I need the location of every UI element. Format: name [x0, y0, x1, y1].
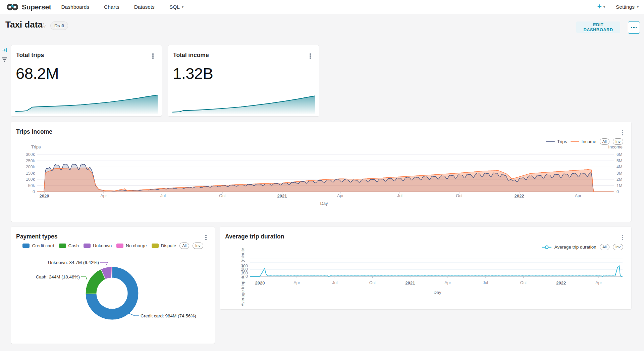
- x-tick-label: Apr: [337, 193, 343, 198]
- status-badge: Draft: [50, 21, 68, 30]
- y-tick-label: 2M: [616, 177, 629, 182]
- caret-down-icon: ▾: [603, 5, 605, 9]
- x-tick-label: Jul: [483, 280, 488, 285]
- superset-logo[interactable]: Superset: [6, 3, 51, 11]
- x-tick-label: Oct: [520, 280, 527, 285]
- x-tick-label: Apr: [100, 193, 107, 198]
- y-tick-label: 300k: [23, 152, 35, 157]
- y-tick-label: 3M: [616, 171, 629, 176]
- x-tick-label: 2020: [40, 193, 49, 199]
- main-nav: Dashboards Charts Datasets SQL▾: [54, 4, 191, 10]
- x-tick-label: Oct: [219, 193, 225, 198]
- brand-wordmark: Superset: [22, 3, 51, 11]
- x-tick-label: Apr: [444, 280, 451, 285]
- x-tick-label: Apr: [595, 280, 602, 285]
- plus-icon: +: [597, 3, 601, 10]
- edit-dashboard-button[interactable]: EDIT DASHBOARD: [576, 21, 620, 33]
- x-tick-label: Apr: [575, 193, 581, 198]
- y-tick-label: 150k: [23, 171, 35, 176]
- pie-callout-label: Unknown: 84.7M (6.42%): [48, 260, 99, 265]
- card-total-trips: Total trips 68.2M: [11, 45, 162, 116]
- x-axis-title: Day: [433, 290, 441, 295]
- new-item-button[interactable]: + ▾: [597, 3, 605, 10]
- total-trips-sparkline: [11, 45, 162, 116]
- y-tick-label: 300: [234, 264, 248, 268]
- total-income-sparkline: [168, 45, 319, 116]
- x-tick-label: 2020: [255, 280, 265, 286]
- nav-right: + ▾ Settings ▾: [597, 3, 644, 10]
- nav-charts[interactable]: Charts: [97, 4, 127, 10]
- trips-income-chart: [11, 122, 631, 222]
- x-tick-label: Apr: [293, 280, 300, 285]
- pie-callout-label: Credit card: 984M (74.56%): [141, 313, 196, 318]
- card-payment-types: Payment types Credit cardCashUnknownNo c…: [11, 227, 215, 344]
- y-tick-label: 0: [23, 189, 35, 194]
- x-tick-label: Oct: [456, 193, 462, 198]
- avg-duration-line: [250, 266, 623, 276]
- card-total-income: Total income 1.32B: [168, 45, 319, 116]
- nav-datasets[interactable]: Datasets: [127, 4, 162, 10]
- superset-infinity-icon: [6, 3, 19, 11]
- y-tick-label: 4M: [616, 165, 629, 169]
- avg-duration-chart: [220, 227, 631, 309]
- x-tick-label: Jul: [397, 193, 402, 198]
- x-tick-label: 2022: [514, 193, 524, 199]
- y-tick-label: 6M: [616, 152, 629, 157]
- caret-down-icon: ▾: [182, 5, 183, 9]
- nav-sql[interactable]: SQL▾: [162, 4, 191, 10]
- y-tick-label: 250k: [23, 159, 35, 163]
- y-tick-label: 1M: [616, 183, 629, 188]
- y-tick-label: 5M: [616, 159, 629, 163]
- y-tick-label: 50k: [23, 183, 35, 188]
- dashboard-title: Taxi data: [5, 19, 43, 30]
- caret-down-icon: ▾: [637, 5, 639, 9]
- card-avg-trip-duration: Average trip duration Average trip durat…: [220, 227, 631, 309]
- y-tick-label: 100k: [23, 177, 35, 182]
- dashboard-actions-button[interactable]: [628, 21, 640, 34]
- favorite-star-icon[interactable]: ☆: [41, 21, 47, 30]
- x-tick-label: Oct: [369, 280, 376, 285]
- nav-dashboards[interactable]: Dashboards: [54, 4, 97, 10]
- x-tick-label: 2021: [277, 193, 287, 199]
- pie-callout-label: Cash: 244M (18.48%): [36, 274, 80, 279]
- top-navbar: Superset Dashboards Charts Datasets SQL▾…: [0, 0, 644, 14]
- x-tick-label: 2021: [405, 280, 415, 286]
- settings-menu[interactable]: Settings ▾: [616, 4, 639, 10]
- expand-filter-bar-icon[interactable]: [2, 47, 7, 54]
- y-tick-label: 0: [616, 189, 629, 194]
- filter-funnel-icon[interactable]: [2, 57, 7, 63]
- y-tick-label: 200k: [23, 165, 35, 169]
- x-axis-title: Day: [320, 201, 328, 206]
- card-trips-income: Trips income Trips Income All Inv Trips …: [11, 122, 631, 222]
- x-tick-label: 2022: [556, 280, 566, 286]
- x-tick-label: Jul: [160, 193, 166, 198]
- x-tick-label: Jul: [332, 280, 337, 285]
- payment-types-donut-chart: Credit card: 984M (74.56%)Cash: 244M (18…: [11, 227, 215, 344]
